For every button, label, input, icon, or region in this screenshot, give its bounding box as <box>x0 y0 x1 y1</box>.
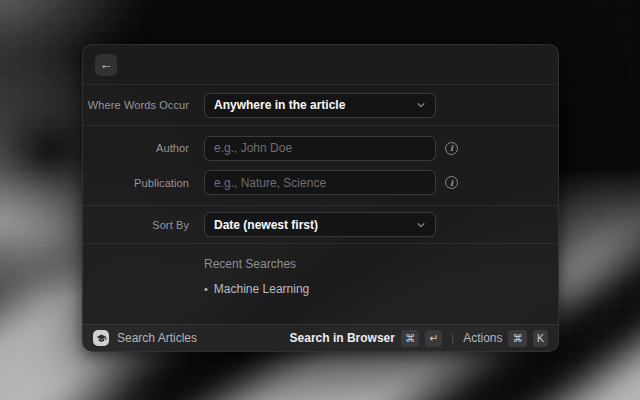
footer-actions: Search in Browser ⌘ ↵ | Actions ⌘ K <box>290 330 548 347</box>
footer-separator: | <box>451 332 454 344</box>
recent-search-item[interactable]: • Machine Learning <box>204 282 558 296</box>
publication-input[interactable] <box>204 170 436 195</box>
primary-action-button[interactable]: Search in Browser <box>290 331 395 345</box>
recent-searches-heading: Recent Searches <box>204 257 558 271</box>
field-row-where-words-occur: Where Words Occur Anywhere in the articl… <box>83 93 558 118</box>
select-value: Anywhere in the article <box>214 98 345 112</box>
search-form-panel: ← Where Words Occur Anywhere in the arti… <box>82 44 559 352</box>
field-row-author: Author i <box>83 136 558 161</box>
section-author-publication: Author i Publication i <box>83 126 558 206</box>
command-title: Search Articles <box>117 331 197 345</box>
return-keycap: ↵ <box>425 330 442 347</box>
section-recent-searches: Recent Searches • Machine Learning <box>83 244 558 324</box>
info-icon: i <box>445 142 458 155</box>
bullet-icon: • <box>204 283 208 295</box>
cmd-keycap: ⌘ <box>401 330 420 347</box>
cmd-keycap: ⌘ <box>508 330 527 347</box>
back-button[interactable]: ← <box>95 54 117 76</box>
chevron-down-icon <box>416 220 426 230</box>
field-label-publication: Publication <box>83 177 189 189</box>
info-icon: i <box>445 176 458 189</box>
back-arrow-icon: ← <box>100 58 113 71</box>
scholar-cap-icon <box>93 330 109 346</box>
k-keycap: K <box>533 330 548 347</box>
field-label-author: Author <box>83 142 189 154</box>
select-value: Date (newest first) <box>214 218 318 232</box>
field-label-sort-by: Sort By <box>83 219 189 231</box>
recent-search-text: Machine Learning <box>214 282 309 296</box>
field-label-where-words-occur: Where Words Occur <box>83 99 189 111</box>
action-bar: Search Articles Search in Browser ⌘ ↵ | … <box>83 324 558 351</box>
where-words-occur-select[interactable]: Anywhere in the article <box>204 93 436 118</box>
panel-header: ← <box>83 45 558 85</box>
section-sort-by: Sort By Date (newest first) <box>83 206 558 244</box>
field-row-sort-by: Sort By Date (newest first) <box>83 212 558 237</box>
author-input[interactable] <box>204 136 436 161</box>
chevron-down-icon <box>416 100 426 110</box>
field-row-publication: Publication i <box>83 170 558 195</box>
footer-app: Search Articles <box>93 330 290 346</box>
section-where-words-occur: Where Words Occur Anywhere in the articl… <box>83 85 558 126</box>
actions-menu-button[interactable]: Actions <box>463 331 502 345</box>
sort-by-select[interactable]: Date (newest first) <box>204 212 436 237</box>
